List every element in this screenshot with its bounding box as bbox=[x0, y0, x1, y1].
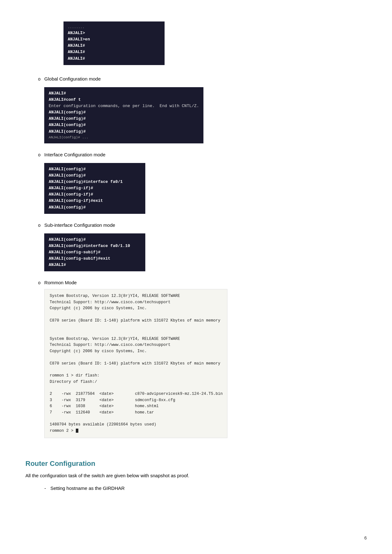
rommon-mode-item: o Rommon Mode System Bootstrap, Version … bbox=[38, 279, 367, 443]
subinterface-config-item: o Sub-interface Configuration mode ANJAL… bbox=[38, 221, 367, 277]
interface-config-label: Interface Configuration mode bbox=[44, 151, 105, 157]
bullet-interface: o bbox=[38, 152, 41, 158]
rommon-terminal: System Bootstrap, Version 12.3(8r)YI4, R… bbox=[44, 289, 227, 438]
global-config-label: Global Configuration mode bbox=[44, 75, 100, 81]
global-config-terminal: ANJALI# ANJALI#conf t Enter configuratio… bbox=[44, 87, 203, 143]
page-number: 6 bbox=[364, 535, 367, 541]
subinterface-config-label: Sub-interface Configuration mode bbox=[44, 222, 115, 228]
bullet-subinterface: o bbox=[38, 222, 41, 229]
dash-symbol: - bbox=[45, 485, 46, 492]
dash-item-hostname: - Setting hostname as the GIRDHAR bbox=[45, 485, 367, 492]
bullet-rommon: o bbox=[38, 280, 41, 286]
rommon-mode-label: Rommon Mode bbox=[44, 279, 77, 285]
router-config-section: Router Configuration All the configurati… bbox=[26, 458, 367, 492]
global-config-item: o Global Configuration mode ANJALI# ANJA… bbox=[38, 75, 367, 148]
subinterface-config-terminal: ANJALI(config)# ANJALI(config)#interface… bbox=[44, 233, 145, 272]
router-config-heading: Router Configuration bbox=[26, 458, 367, 469]
router-config-paragraph: All the configuration task of the switch… bbox=[26, 472, 367, 479]
dash-text-hostname: Setting hostname as the GIRDHAR bbox=[51, 485, 125, 492]
bullet-global: o bbox=[38, 76, 41, 82]
page-content: ........ ANJALI> ANJALI>en ANJALI# ANJAL… bbox=[26, 13, 367, 492]
interface-config-terminal: ANJALI(config)# ANJALI(config)# ANJALI(c… bbox=[44, 163, 145, 214]
top-terminal: ........ ANJALI> ANJALI>en ANJALI# ANJAL… bbox=[63, 21, 165, 65]
interface-config-item: o Interface Configuration mode ANJALI(co… bbox=[38, 151, 367, 219]
